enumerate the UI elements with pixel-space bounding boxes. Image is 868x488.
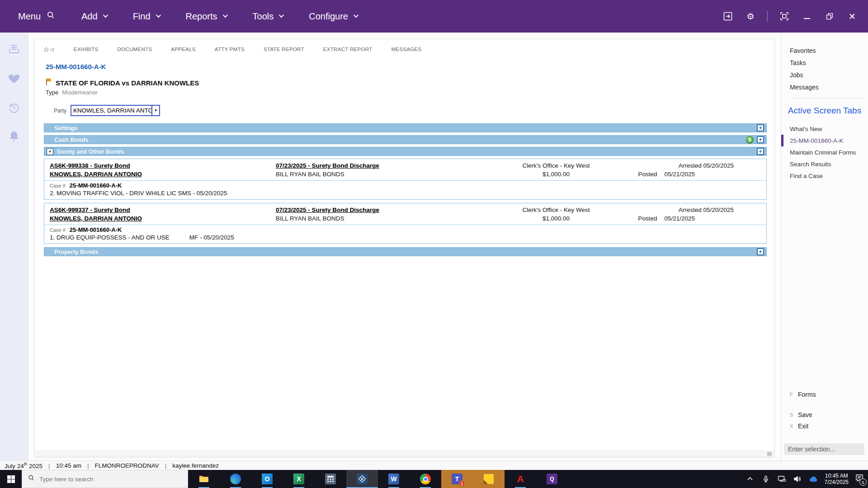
minimize-icon[interactable] xyxy=(801,10,813,22)
discharge-link[interactable]: 07/23/2025 - Surety Bond Discharge xyxy=(276,161,379,170)
sidebar-item-favorites[interactable]: Favorites xyxy=(781,44,868,56)
sidebar-item-messages[interactable]: Messages xyxy=(781,81,868,93)
sticky-note-app-icon[interactable] xyxy=(473,470,505,488)
status-username: kaylee.fernandez xyxy=(172,462,219,469)
search-icon xyxy=(28,474,35,483)
collapse-surety-button[interactable]: ▼ xyxy=(47,148,53,155)
odyssey-app-icon[interactable] xyxy=(346,470,378,488)
find-label: Find xyxy=(133,11,151,22)
sidebar-item-tasks[interactable]: Tasks xyxy=(781,56,868,69)
party-dropdown[interactable]: KNOWLES, DARRIAN ANTO ▼ xyxy=(71,105,160,116)
find-menu[interactable]: Find xyxy=(133,11,160,22)
tab-atty-pmts[interactable]: ATTY PMTS xyxy=(215,47,245,52)
tray-clock[interactable]: 10:45 AM 7/24/2025 xyxy=(825,473,849,485)
section-settings[interactable]: Settings + xyxy=(44,123,767,132)
bond-status-date: 05/21/2025 xyxy=(664,170,695,178)
microphone-icon[interactable] xyxy=(761,474,770,483)
discharge-link[interactable]: 07/23/2025 - Surety Bond Discharge xyxy=(276,206,379,214)
fullscreen-icon[interactable] xyxy=(778,10,790,22)
notifications-bell-icon[interactable] xyxy=(8,130,20,143)
add-menu[interactable]: Add xyxy=(81,11,107,22)
favorites-heart-icon[interactable] xyxy=(8,72,20,85)
word-icon[interactable]: W xyxy=(378,470,410,488)
exit-button[interactable]: X Exit xyxy=(781,420,868,432)
close-icon[interactable]: ✕ xyxy=(846,10,858,22)
screen-tab-search-results[interactable]: Search Results xyxy=(781,158,868,170)
bond-sections: Settings + Cash Bonds $ + ▼ Surety and O… xyxy=(44,123,767,256)
volume-icon[interactable] xyxy=(793,474,802,483)
onedrive-icon[interactable] xyxy=(809,474,818,483)
enter-selection-input[interactable] xyxy=(784,443,864,455)
screen-tab-maintain-criminal-forms[interactable]: Maintain Criminal Forms xyxy=(781,146,868,158)
section-property-bonds[interactable]: Property Bonds + xyxy=(44,247,767,256)
teams-notification-badge: 1 xyxy=(459,480,465,487)
forms-button[interactable]: F Forms xyxy=(781,389,868,400)
save-button[interactable]: S Save xyxy=(781,409,868,420)
bond-status-label: Posted xyxy=(638,214,657,223)
print-queue-icon[interactable] xyxy=(8,43,20,56)
action-center-icon[interactable]: 5 xyxy=(855,474,863,484)
scrollbar-thumb[interactable] xyxy=(767,452,772,456)
favorite-screen-icon[interactable]: ☆ ◁ xyxy=(43,45,54,54)
edge-icon[interactable] xyxy=(220,470,251,488)
screen-tab-find-a-case[interactable]: Find a Case xyxy=(781,170,868,182)
shortcut-key: X xyxy=(790,423,798,429)
settings-gear-icon[interactable]: ⚙ xyxy=(745,10,756,22)
acrobat-icon[interactable]: A xyxy=(505,470,536,488)
taskbar-search-input[interactable] xyxy=(39,476,175,483)
section-surety-bonds[interactable]: ▼ Surety and Other Bonds + xyxy=(44,147,767,156)
charge-text: 2. MOVING TRAFFIC VIOL - DRIV WHILE LIC … xyxy=(50,190,227,197)
tab-state-report[interactable]: STATE REPORT xyxy=(264,47,304,52)
bond-party-link[interactable]: KNOWLES, DARRIAN ANTONIO xyxy=(50,170,142,178)
history-icon[interactable] xyxy=(8,101,20,114)
bond-number-link[interactable]: AS6K-999338 - Surety Bond xyxy=(50,161,130,170)
screen-tab-whats-new[interactable]: What's New xyxy=(781,123,868,135)
screen-tab-case-active[interactable]: 25-MM-001660-A-K xyxy=(781,135,868,146)
file-explorer-icon[interactable] xyxy=(188,470,220,488)
tray-expand-chevron-icon[interactable] xyxy=(745,474,755,483)
teams-icon[interactable]: T 1 xyxy=(441,470,473,488)
start-button[interactable] xyxy=(0,470,22,488)
bond-number-link[interactable]: AS6K-999337 - Surety Bond xyxy=(50,206,130,214)
tab-documents[interactable]: DOCUMENTS xyxy=(117,47,152,52)
window-controls: ⚙ ✕ xyxy=(722,10,858,22)
bond-party-link[interactable]: KNOWLES, DARRIAN ANTONIO xyxy=(50,214,142,223)
type-value: Misdemeanor xyxy=(62,89,98,96)
configure-menu[interactable]: Configure xyxy=(309,11,357,22)
sign-out-icon[interactable] xyxy=(722,10,734,22)
expand-property-button[interactable]: + xyxy=(757,248,764,255)
excel-icon[interactable]: X xyxy=(283,470,315,488)
purple-app-icon[interactable]: Q xyxy=(536,470,568,488)
expand-settings-button[interactable]: + xyxy=(757,124,764,131)
section-surety-title: Surety and Other Bonds xyxy=(57,148,124,155)
bond-charge-line: 2. MOVING TRAFFIC VIOL - DRIV WHILE LIC … xyxy=(50,190,762,197)
tools-menu[interactable]: Tools xyxy=(253,11,283,22)
bond-discharge-cell: 07/23/2025 - Surety Bond Discharge BILL … xyxy=(276,206,493,223)
bond-arrest-date: Arrested 05/20/2025 xyxy=(619,206,762,214)
tab-messages[interactable]: MESSAGES xyxy=(391,47,421,52)
cash-dollar-icon[interactable]: $ xyxy=(746,136,754,144)
reports-menu[interactable]: Reports xyxy=(186,11,226,22)
chrome-icon[interactable] xyxy=(410,470,441,488)
case-number-link[interactable]: 25-MM-001660-A-K xyxy=(46,63,106,70)
menu-button[interactable]: Menu xyxy=(18,11,55,22)
reports-label: Reports xyxy=(186,11,217,22)
dropdown-arrow-icon[interactable]: ▼ xyxy=(151,106,159,115)
section-cash-bonds[interactable]: Cash Bonds $ + xyxy=(44,135,767,144)
horizontal-scrollbar[interactable] xyxy=(35,450,774,456)
bond-case-number: 25-MM-001660-A-K xyxy=(70,182,122,189)
expand-cash-bonds-button[interactable]: + xyxy=(757,136,764,143)
configure-label: Configure xyxy=(309,11,348,22)
outlook-icon[interactable]: O xyxy=(251,470,283,488)
restore-icon[interactable] xyxy=(824,10,835,22)
taskbar-search[interactable] xyxy=(22,470,188,488)
sidebar-item-jobs[interactable]: Jobs xyxy=(781,69,868,81)
tab-exhibits[interactable]: EXHIBITS xyxy=(74,47,99,52)
tab-appeals[interactable]: APPEALS xyxy=(171,47,196,52)
case-title-row: STATE OF FLORIDA vs DARRIAN KNOWLES xyxy=(46,78,774,88)
tab-extract-report[interactable]: EXTRACT REPORT xyxy=(323,47,373,52)
expand-surety-button[interactable]: + xyxy=(757,148,764,155)
chevron-down-icon xyxy=(103,12,108,17)
network-display-icon[interactable] xyxy=(777,474,786,483)
calculator-icon[interactable] xyxy=(315,470,346,488)
